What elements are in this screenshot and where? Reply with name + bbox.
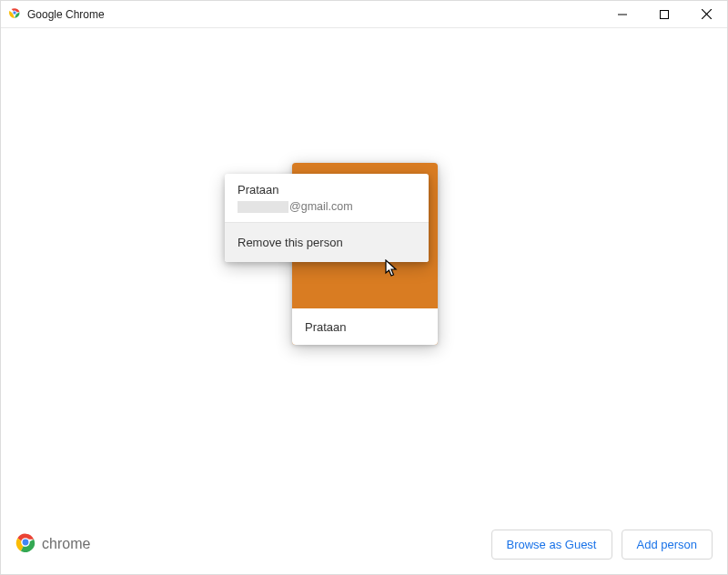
browse-as-guest-button[interactable]: Browse as Guest	[491, 530, 612, 560]
remove-person-menu-item[interactable]: Remove this person	[225, 223, 429, 262]
main-area: Prataan Prataan @gmail.com Remove this p…	[1, 28, 727, 523]
context-menu-profile-email: @gmail.com	[238, 200, 416, 213]
redacted-email-prefix	[238, 201, 288, 213]
email-suffix: @gmail.com	[289, 200, 353, 213]
minimize-button[interactable]	[602, 1, 643, 28]
chrome-icon	[8, 6, 21, 23]
footer-brand-text: chrome	[42, 536, 90, 552]
add-person-button[interactable]: Add person	[622, 530, 713, 560]
remove-person-label: Remove this person	[238, 236, 343, 249]
titlebar-left: Google Chrome	[8, 6, 105, 23]
chrome-logo-icon	[15, 532, 35, 556]
footer: chrome Browse as Guest Add person	[1, 523, 727, 574]
profile-context-menu: Prataan @gmail.com Remove this person	[225, 174, 429, 262]
titlebar: Google Chrome	[1, 1, 727, 28]
window-title: Google Chrome	[27, 8, 105, 21]
close-button[interactable]	[685, 1, 727, 28]
window-controls	[602, 1, 727, 28]
footer-brand-area: chrome	[15, 532, 90, 556]
footer-actions: Browse as Guest Add person	[491, 530, 713, 560]
profile-card-name: Prataan	[292, 308, 438, 345]
context-menu-profile-name: Prataan	[238, 183, 416, 197]
maximize-button[interactable]	[643, 1, 685, 28]
cursor-icon	[385, 259, 399, 281]
context-menu-header: Prataan @gmail.com	[225, 174, 429, 222]
svg-rect-4	[661, 10, 669, 18]
